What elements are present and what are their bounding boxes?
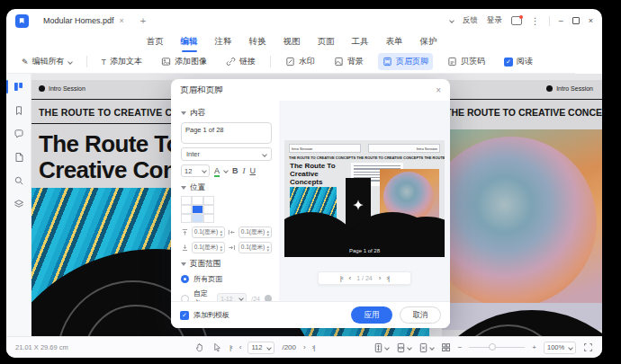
chevron-down-icon[interactable] — [449, 18, 454, 23]
last-page-button[interactable]: ›| — [312, 343, 315, 351]
position-cell-selected[interactable] — [192, 205, 202, 214]
apply-button[interactable]: 应用 — [351, 306, 392, 324]
more-menu-icon[interactable]: ⋮ — [531, 16, 540, 26]
document-page-right[interactable]: Intro Session THE ROUTE TO CREATIVE CONC… — [442, 80, 602, 336]
search-panel-button[interactable] — [6, 175, 32, 186]
stepper-icon[interactable]: ▴▾ — [266, 244, 269, 252]
edit-all-button[interactable]: ✎ 编辑所有 — [17, 53, 76, 70]
actual-size-icon — [418, 342, 428, 353]
margin-left-input[interactable]: 0.1(厘米) ▴▾ — [238, 226, 272, 238]
add-to-template-checkbox[interactable]: ✓ 添加到模板 — [180, 310, 230, 320]
first-page-button[interactable]: |‹ — [230, 343, 232, 351]
content-textarea[interactable]: Page 1 of 28 — [181, 122, 272, 144]
margin-right-input[interactable]: 0.1(厘米) ▴▾ — [238, 242, 272, 253]
feedback-button[interactable]: 反馈 — [463, 15, 478, 26]
first-page-icon[interactable]: |‹ — [340, 274, 343, 282]
position-cell[interactable] — [203, 196, 214, 205]
image-icon — [161, 57, 171, 67]
position-cell[interactable] — [192, 214, 202, 223]
doc-marquee: THE ROUTE TO CREATIVE CONCEPTS THE ROUTE… — [442, 100, 602, 118]
next-page-icon[interactable]: › — [379, 274, 381, 282]
fit-width-button[interactable] — [396, 342, 411, 353]
minimize-button[interactable]: – — [559, 16, 563, 25]
prev-page-icon[interactable]: ‹ — [349, 274, 351, 282]
collapse-icon — [181, 186, 186, 190]
messages-icon[interactable] — [511, 16, 522, 25]
layers-panel-button[interactable] — [6, 199, 32, 209]
menu-comment[interactable]: 注释 — [214, 34, 233, 49]
page-layout-icon[interactable] — [441, 342, 451, 352]
login-button[interactable]: 登录 — [487, 15, 502, 26]
preview-header-right-box[interactable]: Intro Session — [368, 144, 440, 153]
document-tab[interactable]: Modular Homes.pdf × — [36, 13, 131, 28]
underline-button[interactable]: U — [250, 166, 256, 175]
zoom-in-button[interactable]: + — [532, 343, 536, 351]
menu-edit[interactable]: 编辑 — [180, 34, 199, 49]
add-text-button[interactable]: T 添加文本 — [97, 53, 148, 70]
stepper-icon[interactable]: ▴▾ — [220, 229, 222, 236]
position-cell[interactable] — [192, 196, 202, 205]
preview-header-left-box[interactable]: Intro Session — [289, 144, 361, 153]
cancel-button[interactable]: 取消 — [400, 306, 441, 324]
fullscreen-icon[interactable] — [583, 342, 593, 352]
zoom-slider-thumb[interactable] — [489, 343, 496, 351]
fit-height-button[interactable] — [374, 342, 389, 353]
attachments-panel-button[interactable] — [6, 152, 32, 163]
menu-protect[interactable]: 保护 — [419, 34, 438, 49]
tab-close-icon[interactable]: × — [120, 16, 124, 25]
range-info-icon[interactable] — [265, 295, 272, 302]
menu-page[interactable]: 页面 — [317, 34, 336, 49]
all-pages-radio[interactable]: 所有页面 — [181, 274, 272, 284]
menu-convert[interactable]: 转换 — [248, 34, 267, 49]
dialog-close-icon[interactable]: × — [436, 85, 441, 95]
stepper-icon[interactable]: ▴▾ — [266, 229, 269, 236]
bates-number-button[interactable]: 贝茨码 — [443, 53, 490, 70]
zoom-out-button[interactable]: − — [458, 343, 463, 351]
font-family-select[interactable]: Inter — [181, 147, 272, 161]
select-tool-icon[interactable] — [212, 342, 222, 352]
read-mode-toggle[interactable]: ✓ 阅读 — [500, 53, 537, 70]
new-tab-button[interactable]: + — [140, 15, 146, 26]
menu-view[interactable]: 视图 — [283, 34, 302, 49]
maximize-button[interactable] — [572, 17, 580, 24]
section-content[interactable]: 内容 — [181, 108, 272, 119]
thumbnails-panel-button[interactable] — [6, 81, 32, 93]
chevron-down-icon[interactable] — [223, 168, 229, 173]
section-position[interactable]: 位置 — [181, 182, 272, 193]
page-number-input[interactable]: 112 — [248, 342, 274, 354]
next-page-button[interactable]: › — [303, 343, 305, 351]
menu-tools[interactable]: 工具 — [351, 34, 370, 49]
hand-tool-icon[interactable] — [195, 342, 205, 352]
background-button[interactable]: 背景 — [329, 53, 368, 70]
last-page-icon[interactable]: ›| — [386, 274, 389, 282]
menu-home[interactable]: 首页 — [146, 34, 165, 49]
watermark-button[interactable]: 水印 — [281, 53, 320, 70]
position-cell[interactable] — [181, 205, 192, 214]
zoom-slider[interactable] — [469, 347, 525, 349]
bold-button[interactable]: B — [232, 166, 238, 175]
close-window-button[interactable]: × — [589, 16, 593, 25]
stepper-icon[interactable]: ▴▾ — [220, 244, 222, 252]
position-cell[interactable] — [181, 214, 192, 223]
margin-bottom-input[interactable]: 0.1(厘米) ▴▾ — [192, 242, 225, 253]
comments-panel-button[interactable] — [6, 129, 32, 139]
custom-range-radio[interactable]: 自定义 1-12 /24 — [181, 289, 272, 301]
menu-form[interactable]: 表单 — [385, 34, 404, 49]
header-footer-button[interactable]: 页眉页脚 — [378, 53, 433, 70]
zoom-level-select[interactable]: 100% — [544, 342, 576, 354]
notification-dot — [519, 15, 523, 19]
add-image-button[interactable]: 添加图像 — [157, 53, 212, 70]
position-grid[interactable] — [181, 196, 214, 223]
font-size-select[interactable]: 12 — [181, 164, 210, 177]
actual-size-button[interactable] — [418, 342, 434, 353]
bookmarks-panel-button[interactable] — [6, 105, 32, 116]
section-page-range[interactable]: 页面范围 — [181, 259, 272, 270]
font-color-button[interactable]: A — [214, 166, 220, 176]
italic-button[interactable]: I — [243, 166, 246, 175]
prev-page-button[interactable]: ‹ — [239, 343, 241, 351]
link-button[interactable]: 链接 — [221, 53, 260, 70]
position-cell[interactable] — [181, 196, 192, 205]
position-cell[interactable] — [203, 214, 214, 223]
position-cell[interactable] — [203, 205, 214, 214]
margin-top-input[interactable]: 0.1(厘米) ▴▾ — [192, 226, 225, 238]
